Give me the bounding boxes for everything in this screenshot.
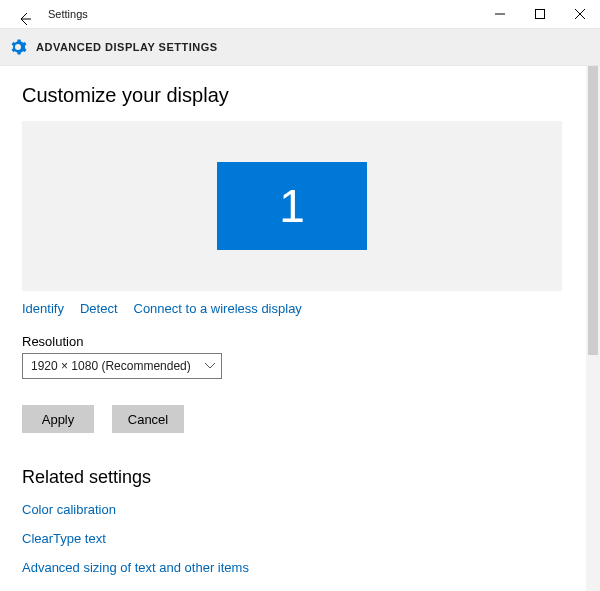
scrollbar-thumb[interactable] [588, 66, 598, 355]
page-title: Customize your display [22, 84, 578, 107]
svg-point-5 [16, 45, 21, 50]
apply-button[interactable]: Apply [22, 405, 94, 433]
resolution-value: 1920 × 1080 (Recommended) [31, 359, 191, 373]
detect-link[interactable]: Detect [80, 301, 118, 316]
titlebar: Settings [0, 0, 600, 28]
resolution-label: Resolution [22, 334, 578, 349]
connect-wireless-link[interactable]: Connect to a wireless display [134, 301, 302, 316]
gear-icon [8, 37, 28, 57]
vertical-scrollbar[interactable] [586, 66, 600, 591]
related-settings-title: Related settings [22, 467, 578, 488]
chevron-down-icon [205, 363, 215, 369]
svg-rect-2 [536, 10, 545, 19]
related-color-calibration[interactable]: Color calibration [22, 502, 578, 517]
related-advanced-sizing[interactable]: Advanced sizing of text and other items [22, 560, 578, 575]
cancel-button[interactable]: Cancel [112, 405, 184, 433]
window-title: Settings [48, 8, 88, 20]
close-button[interactable] [560, 0, 600, 28]
header-bar: ADVANCED DISPLAY SETTINGS [0, 28, 600, 66]
monitor-tile-1[interactable]: 1 [217, 162, 367, 250]
monitor-number: 1 [279, 179, 305, 233]
minimize-button[interactable] [480, 0, 520, 28]
header-title: ADVANCED DISPLAY SETTINGS [36, 41, 218, 53]
identify-link[interactable]: Identify [22, 301, 64, 316]
back-button[interactable] [10, 4, 40, 34]
maximize-button[interactable] [520, 0, 560, 28]
resolution-select[interactable]: 1920 × 1080 (Recommended) [22, 353, 222, 379]
related-cleartype-text[interactable]: ClearType text [22, 531, 578, 546]
display-preview-area: 1 [22, 121, 562, 291]
